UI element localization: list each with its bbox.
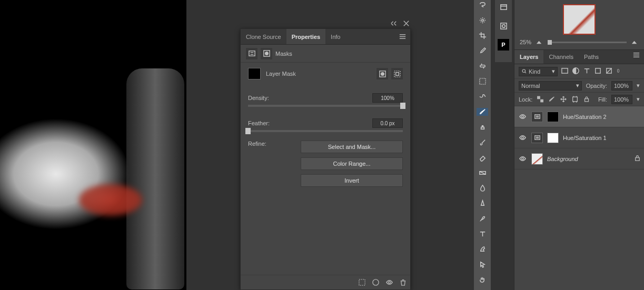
lock-position-icon[interactable]	[560, 96, 567, 103]
pen-tool-icon[interactable]	[477, 215, 488, 223]
layer-thumbnail[interactable]	[531, 153, 543, 165]
fill-input[interactable]: 100%	[611, 95, 632, 104]
tab-clone-source[interactable]: Clone Source	[241, 29, 286, 44]
opacity-input[interactable]: 100%	[611, 81, 632, 91]
zoom-slider[interactable]	[548, 42, 627, 43]
layer-name[interactable]: Hue/Saturation 1	[563, 135, 641, 141]
eyedropper-tool-icon[interactable]	[477, 47, 488, 55]
delete-mask-icon[interactable]	[399, 278, 407, 287]
feather-value[interactable]: 0.0 px	[372, 118, 403, 128]
tab-layers[interactable]: Layers	[514, 50, 543, 64]
visibility-toggle-icon[interactable]	[518, 154, 527, 164]
type-tool-icon[interactable]	[477, 230, 488, 238]
layer-row[interactable]: Hue/Saturation 1	[514, 127, 644, 148]
move-tool-icon[interactable]	[477, 93, 488, 101]
layer-mask-label: Layer Mask	[266, 71, 296, 77]
chevron-down-icon[interactable]: ▾	[637, 82, 640, 89]
refine-label: Refine:	[248, 141, 301, 187]
svg-rect-23	[618, 69, 619, 73]
tab-info[interactable]: Info	[325, 29, 345, 44]
chevron-down-icon[interactable]: ▾	[637, 96, 640, 103]
zoom-in-icon[interactable]	[631, 38, 639, 47]
navigator-thumbnail[interactable]	[563, 4, 596, 35]
document-canvas[interactable]	[0, 0, 186, 290]
density-value[interactable]: 100%	[372, 93, 403, 103]
lock-transparency-icon[interactable]	[537, 96, 544, 103]
panel-menu-icon[interactable]	[398, 32, 407, 42]
tab-properties[interactable]: Properties	[286, 29, 325, 44]
swatches-panel-icon[interactable]	[498, 20, 509, 32]
zoom-out-icon[interactable]	[536, 38, 543, 47]
zoom-value[interactable]: 25%	[520, 39, 531, 45]
svg-rect-19	[562, 68, 568, 73]
lock-image-icon[interactable]	[548, 96, 556, 103]
dodge-tool-icon[interactable]	[477, 199, 488, 207]
layer-name[interactable]: Background	[547, 156, 629, 162]
adjustment-layer-icon[interactable]	[531, 133, 543, 143]
gradient-tool-icon[interactable]	[477, 169, 488, 177]
vector-mask-icon[interactable]	[391, 68, 403, 79]
density-slider[interactable]	[248, 105, 403, 107]
invert-button[interactable]: Invert	[301, 174, 403, 187]
filter-toggle-icon[interactable]	[616, 67, 620, 76]
svg-rect-11	[480, 65, 484, 67]
feather-slider-knob[interactable]	[245, 128, 251, 134]
layer-mask-thumbnail[interactable]	[248, 68, 261, 79]
brush-tool-icon[interactable]	[477, 108, 488, 116]
pixel-mask-icon[interactable]	[377, 68, 388, 79]
feather-slider[interactable]	[248, 130, 403, 132]
adjustment-layer-icon[interactable]	[531, 112, 543, 122]
visibility-toggle-icon[interactable]	[518, 112, 527, 122]
panel-collapse-icon[interactable]	[389, 18, 398, 28]
healing-brush-tool-icon[interactable]	[477, 62, 488, 70]
filter-shape-icon[interactable]	[594, 67, 602, 76]
crop-tool-icon[interactable]	[477, 32, 488, 39]
chevron-down-icon: ▾	[576, 82, 579, 89]
blend-mode-select[interactable]: Normal ▾	[519, 81, 582, 91]
svg-point-10	[481, 19, 483, 22]
feather-label: Feather:	[248, 120, 372, 126]
visibility-toggle-icon[interactable]	[518, 133, 527, 143]
lock-label: Lock:	[519, 96, 532, 103]
frame-tool-icon[interactable]	[477, 77, 488, 85]
path-selection-tool-icon[interactable]	[477, 245, 488, 253]
svg-rect-25	[541, 99, 543, 102]
select-and-mask-button[interactable]: Select and Mask...	[301, 141, 403, 153]
lock-artboard-icon[interactable]	[571, 96, 579, 103]
hand-tool-icon[interactable]	[477, 276, 488, 284]
layer-row[interactable]: Hue/Saturation 2	[514, 106, 644, 127]
tab-channels[interactable]: Channels	[543, 50, 578, 64]
svg-point-28	[521, 116, 523, 118]
disable-mask-icon[interactable]	[385, 278, 393, 287]
load-selection-icon[interactable]	[358, 278, 366, 287]
filter-adjustment-icon[interactable]	[572, 67, 580, 76]
adjustment-icon[interactable]	[246, 48, 257, 59]
svg-rect-31	[534, 136, 539, 140]
direct-selection-tool-icon[interactable]	[477, 261, 488, 268]
panel-close-icon[interactable]	[401, 18, 411, 28]
lasso-tool-icon[interactable]	[477, 1, 488, 9]
eraser-tool-icon[interactable]	[477, 154, 488, 162]
tab-paths[interactable]: Paths	[579, 50, 604, 64]
filter-smart-icon[interactable]	[605, 67, 613, 76]
layer-mask-thumbnail[interactable]	[547, 133, 559, 143]
filter-type-icon[interactable]	[583, 67, 591, 76]
density-slider-knob[interactable]	[400, 103, 405, 109]
layer-name[interactable]: Hue/Saturation 2	[563, 114, 641, 120]
apply-mask-icon[interactable]	[371, 278, 380, 287]
mask-mode-icon[interactable]	[261, 48, 272, 59]
history-panel-icon[interactable]	[498, 1, 509, 13]
layer-mask-thumbnail[interactable]	[547, 112, 559, 122]
blur-tool-icon[interactable]	[477, 184, 488, 192]
color-range-button[interactable]: Color Range...	[301, 157, 403, 170]
paragraph-panel-icon[interactable]: P	[498, 39, 509, 51]
layers-panel-menu-icon[interactable]	[631, 50, 641, 59]
layer-row[interactable]: Background	[514, 148, 644, 169]
filter-pixel-icon[interactable]	[561, 67, 569, 76]
magic-wand-tool-icon[interactable]	[477, 16, 488, 24]
history-brush-tool-icon[interactable]	[477, 138, 488, 146]
svg-rect-33	[636, 158, 640, 161]
lock-all-icon[interactable]	[583, 96, 590, 103]
clone-stamp-tool-icon[interactable]	[477, 123, 488, 131]
layer-filter-kind-select[interactable]: Kind ▾	[519, 67, 558, 76]
